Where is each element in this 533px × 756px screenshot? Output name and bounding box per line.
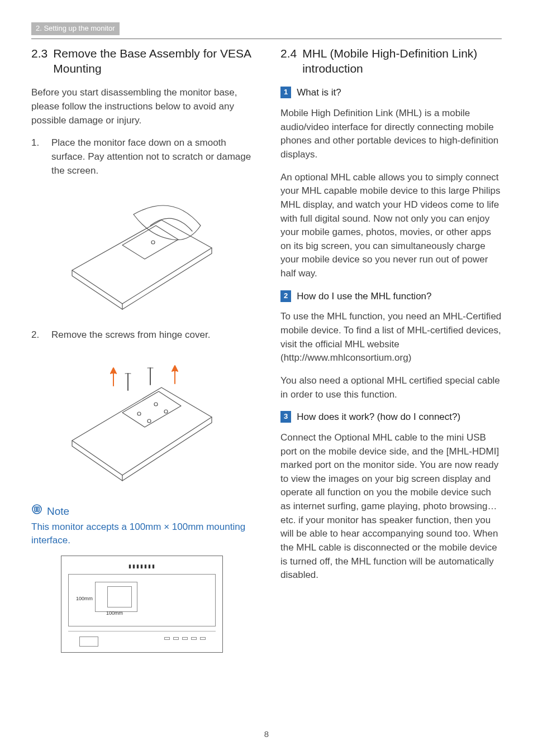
right-column: 2.4 MHL (Mobile High-Definition Link) in… [280,46,502,653]
badge-2: 2 [280,290,291,302]
svg-point-3 [164,410,168,413]
step-2: Remove the screws from hinge cover. [31,328,253,342]
q1-paragraph-1: Mobile High Definition Link (MHL) is a m… [280,107,502,162]
page-number: 8 [0,728,533,740]
note-icon [31,504,42,519]
vesa-height-label: 100mm [106,610,123,617]
figure-remove-screws [31,351,253,495]
section-title-text: Remove the Base Assembly for VESA Mounti… [53,46,253,76]
svg-point-1 [137,412,141,415]
svg-point-0 [151,241,155,244]
svg-point-2 [154,403,158,406]
note-heading: Note [31,504,253,519]
vesa-width-label: 100mm [76,595,93,602]
question-1: 1What is it? [280,86,502,100]
figure-vesa-mount: ▮▮▮▮▮▮▮ 100mm 100mm [61,556,223,653]
q1-paragraph-2: An optional MHL cable allows you to simp… [280,171,502,281]
question-3: 3How does it work? (how do I connect?) [280,410,502,424]
badge-3: 3 [280,411,291,423]
badge-1: 1 [280,87,291,98]
note-text: This monitor accepts a 100mm × 100mm mou… [31,520,253,548]
figure-monitor-facedown [31,186,253,319]
svg-point-4 [147,419,151,423]
section-2-4-title: 2.4 MHL (Mobile High-Definition Link) in… [280,46,502,76]
left-column: 2.3 Remove the Base Assembly for VESA Mo… [31,46,253,653]
breadcrumb-tab: 2. Setting up the monitor [31,22,120,35]
q2-paragraph-1: To use the MHL function, you need an MHL… [280,310,502,365]
note-label: Note [47,504,69,519]
section-number: 2.4 [280,46,297,76]
question-2: 2How do I use the MHL function? [280,290,502,304]
steps-list-cont: Remove the screws from hinge cover. [31,328,253,342]
intro-paragraph: Before you start disassembling the monit… [31,86,253,127]
q2-paragraph-2: You also need a optional MHL certified s… [280,374,502,401]
section-2-3-title: 2.3 Remove the Base Assembly for VESA Mo… [31,46,253,76]
step-1: Place the monitor face down on a smooth … [31,136,253,178]
steps-list: Place the monitor face down on a smooth … [31,136,253,178]
brand-text: ▮▮▮▮▮▮▮ [129,563,156,570]
section-number: 2.3 [31,46,47,76]
q3-paragraph-1: Connect the Optional MHL cable to the mi… [280,431,502,582]
section-title-text: MHL (Mobile High-Definition Link) introd… [302,46,502,76]
